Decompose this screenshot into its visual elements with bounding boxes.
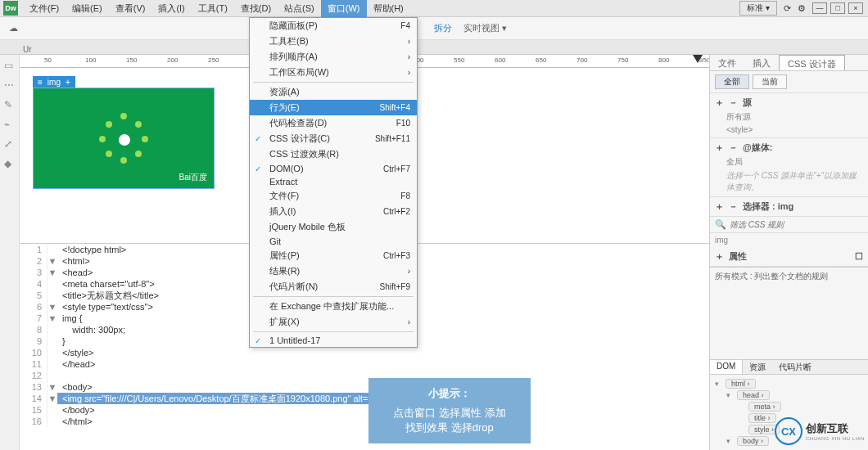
menu-item[interactable]: 隐藏面板(P)F4 <box>250 18 417 34</box>
view-split[interactable]: 拆分 <box>434 22 452 34</box>
dom-node[interactable]: meta › <box>715 401 863 412</box>
menu-6[interactable]: 站点(S) <box>278 0 321 17</box>
dom-tab-1[interactable]: 资源 <box>743 360 772 374</box>
ruler-tick: 100 <box>85 56 96 64</box>
maximize-icon[interactable]: □ <box>830 2 845 14</box>
app-logo: Dw <box>3 1 18 16</box>
rp-tab-0[interactable]: 文件 <box>710 55 744 70</box>
menu-item[interactable]: 扩展(X)› <box>250 314 417 330</box>
menu-item[interactable]: CSS 过渡效果(R) <box>250 146 417 162</box>
dom-node[interactable]: ▾html › <box>715 378 863 389</box>
ruler-tick: 800 <box>658 56 669 64</box>
menu-item[interactable]: 插入(I)Ctrl+F2 <box>250 204 417 219</box>
workspace-label[interactable]: 标准 ▾ <box>739 1 777 16</box>
rail-icon-1[interactable]: ▭ <box>4 60 16 71</box>
hint-line1: 点击窗口 选择属性 添加 <box>378 406 521 421</box>
cx-cn: 创新互联 <box>806 421 865 436</box>
btn-all[interactable]: 全部 <box>715 74 749 89</box>
close-icon[interactable]: × <box>848 2 863 14</box>
props-header[interactable]: ＋属性☐ <box>715 250 863 263</box>
sources-all[interactable]: 所有源 <box>715 109 863 123</box>
code-line[interactable]: 13▼<body> <box>20 381 709 393</box>
ruler-tick: 200 <box>167 56 178 64</box>
menu-item[interactable]: 排列顺序(A)› <box>250 49 417 65</box>
media-hint: 选择一个 CSS 源并单击"+"以添加媒体查询。 <box>715 168 863 193</box>
menu-3[interactable]: 插入(I) <box>151 0 191 17</box>
media-header[interactable]: ＋－@媒体: <box>715 142 863 154</box>
sources-style[interactable]: <style> <box>715 123 863 134</box>
menu-item[interactable]: 在 Exchange 中查找扩展功能... <box>250 299 417 314</box>
menu-item[interactable]: Extract <box>250 175 417 188</box>
menu-item[interactable]: jQuery Mobile 色板 <box>250 219 417 235</box>
ruler-tick: 50 <box>44 56 52 64</box>
sources-header[interactable]: ＋－源 <box>715 97 863 109</box>
selectors-header[interactable]: ＋－选择器 : img <box>715 200 863 213</box>
ruler-tick: 750 <box>617 56 628 64</box>
menu-4[interactable]: 工具(T) <box>192 0 234 17</box>
menu-item[interactable]: 结果(R)› <box>250 263 417 279</box>
menu-1[interactable]: 编辑(E) <box>66 0 109 17</box>
ruler-tick: 250 <box>208 56 219 64</box>
selector-search-input[interactable] <box>730 220 863 229</box>
window-menu-dropdown: 隐藏面板(P)F4工具栏(B)›排列顺序(A)›工作区布局(W)›资源(A)行为… <box>249 17 418 348</box>
hint-overlay: 小提示： 点击窗口 选择属性 添加 找到效果 选择drop <box>368 378 531 443</box>
minimize-icon[interactable]: — <box>812 2 827 14</box>
rp-tab-2[interactable]: CSS 设计器 <box>779 55 845 70</box>
output-mode: 所有模式 : 列出整个文档的规则 <box>710 267 868 286</box>
selector-search[interactable]: 🔍 <box>710 217 868 233</box>
menu-item[interactable]: 资源(A) <box>250 84 417 100</box>
menu-item[interactable]: ✓1 Untitled-17 <box>250 334 417 347</box>
view-live[interactable]: 实时视图 ▾ <box>463 22 507 34</box>
media-global[interactable]: 全局 <box>715 154 863 168</box>
rail-icon-5[interactable]: ⤢ <box>4 138 16 150</box>
cx-py: CHUANG XIN HU LIAN <box>806 436 865 441</box>
cx-logo: CX 创新互联 CHUANG XIN HU LIAN <box>775 417 865 445</box>
rail-icon-4[interactable]: ⌁ <box>4 119 16 130</box>
gear-icon[interactable]: ⚙ <box>798 3 806 14</box>
rp-tab-1[interactable]: 插入 <box>744 55 779 70</box>
menu-8[interactable]: 帮助(H) <box>367 0 410 17</box>
menu-item[interactable]: 文件(F)F8 <box>250 188 417 204</box>
sync-icon[interactable]: ⟳ <box>784 3 791 14</box>
code-line[interactable]: 10 </style> <box>20 347 709 358</box>
ruler-tick: 600 <box>495 56 505 64</box>
cloud-icon[interactable]: ☁ <box>3 20 23 37</box>
menu-item[interactable]: ✓DOM(O)Ctrl+F7 <box>250 162 417 175</box>
hint-title: 小提示： <box>378 386 521 401</box>
rail-icon-6[interactable]: ◆ <box>4 158 16 169</box>
menu-5[interactable]: 查找(D) <box>234 0 278 17</box>
view-switcher: 拆分 实时视图 ▾ <box>434 22 507 34</box>
image-preview[interactable]: Bai百度 <box>33 88 215 189</box>
baidu-logo-text: Bai百度 <box>179 172 207 183</box>
code-line[interactable]: 11 </head> <box>20 358 709 370</box>
menu-7[interactable]: 窗口(W) <box>321 0 367 17</box>
menu-0[interactable]: 文件(F) <box>23 0 66 17</box>
menu-item[interactable]: 工作区布局(W)› <box>250 65 417 80</box>
left-rail: ▭ ⋯ ✎ ⌁ ⤢ ◆ <box>0 55 20 450</box>
code-line[interactable]: 16 </html> <box>20 416 709 427</box>
dom-tab-0[interactable]: DOM <box>710 360 743 374</box>
selection-badge[interactable]: ≡ img + <box>33 76 75 88</box>
document-tab[interactable]: Ur <box>23 45 32 54</box>
menu-item[interactable]: 代码片断(N)Shift+F9 <box>250 279 417 295</box>
ruler-tick: 650 <box>536 56 546 64</box>
dom-tab-2[interactable]: 代码片断 <box>772 360 818 374</box>
btn-current[interactable]: 当前 <box>753 74 787 89</box>
menu-item[interactable]: 代码检查器(D)F10 <box>250 115 417 131</box>
menu-item[interactable]: 属性(P)Ctrl+F3 <box>250 248 417 263</box>
rail-icon-3[interactable]: ✎ <box>4 99 16 110</box>
menu-item[interactable]: Git <box>250 235 417 248</box>
menu-item[interactable]: ✓CSS 设计器(C)Shift+F11 <box>250 131 417 146</box>
burger-icon[interactable]: ≡ <box>38 78 43 87</box>
selector-value[interactable]: img <box>710 233 868 247</box>
rail-icon-2[interactable]: ⋯ <box>4 79 16 91</box>
selection-plus[interactable]: + <box>66 78 70 87</box>
menu-item[interactable]: 行为(E)Shift+F4 <box>250 100 417 115</box>
code-line[interactable]: 15 </body> <box>20 404 709 416</box>
dom-node[interactable]: ▾head › <box>715 389 863 401</box>
menu-2[interactable]: 查看(V) <box>109 0 152 17</box>
code-line[interactable]: 14▼<img src="file:///C|/Users/Lenovo/Des… <box>20 393 709 404</box>
menu-item[interactable]: 工具栏(B)› <box>250 34 417 49</box>
menubar: Dw 文件(F)编辑(E)查看(V)插入(I)工具(T)查找(D)站点(S)窗口… <box>0 0 868 17</box>
code-line[interactable]: 12 <box>20 370 709 381</box>
